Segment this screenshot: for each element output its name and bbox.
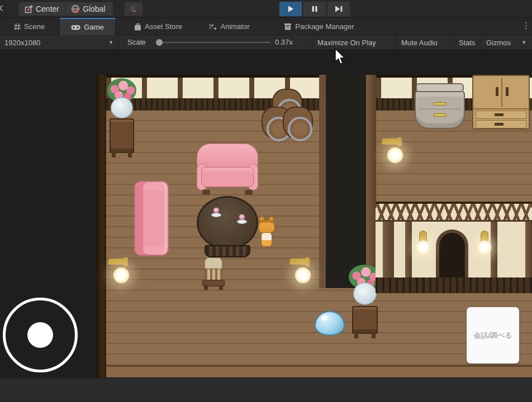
maximize-on-play-button[interactable]: Maximize On Play	[312, 35, 381, 50]
scale-slider-track[interactable]	[158, 42, 270, 43]
editor-bottom-panel-strip	[0, 377, 532, 401]
lamp-glow	[112, 266, 130, 284]
sofa-foot	[245, 190, 253, 195]
center-pivot-button[interactable]: Center	[18, 2, 65, 16]
saucer	[237, 219, 247, 224]
animator-icon	[208, 23, 217, 30]
stats-button[interactable]: Stats	[453, 35, 481, 50]
round-table	[197, 196, 258, 259]
talk-examine-label: 会話/調べる	[473, 331, 512, 341]
wall-lamp	[108, 257, 135, 286]
corridor-frame-left	[319, 75, 326, 288]
tab-animator-label: Animator	[220, 22, 249, 31]
maximize-on-play-label: Maximize On Play	[317, 39, 376, 47]
pivot-icon	[25, 5, 33, 13]
game-viewport[interactable]: 会話/調べる	[0, 50, 532, 377]
wooden-chair	[202, 257, 225, 290]
game-view-toolbar: 1920x1080 ▼ Scale 0.37x Maximize On Play…	[0, 35, 532, 50]
cabinet-handle	[496, 87, 498, 96]
sofa-foot	[202, 190, 210, 195]
global-label: Global	[83, 4, 105, 13]
timber-post	[383, 222, 394, 277]
scale-label: Scale	[127, 38, 146, 46]
tab-scene-label: Scene	[24, 22, 45, 31]
pause-button[interactable]	[303, 1, 326, 17]
cabinet-handle	[506, 87, 509, 96]
scene-grid-icon	[14, 23, 21, 30]
wood-stand	[352, 306, 378, 334]
gizmos-label: Gizmos	[486, 39, 511, 47]
cat-head	[258, 220, 275, 233]
talk-examine-button[interactable]: 会話/調べる	[467, 307, 519, 363]
pink-sofa-facing-right	[134, 181, 169, 256]
grid-snap-icon	[130, 4, 137, 14]
room-left-wall	[96, 75, 106, 377]
tab-game-label: Game	[84, 23, 103, 31]
shopping-bag-icon	[134, 23, 141, 31]
flower-vase-table-top-left	[107, 78, 136, 164]
globe-icon	[71, 4, 80, 13]
cabinet-shelf-line	[473, 108, 529, 109]
tab-package-manager[interactable]: Package Manager	[267, 18, 371, 35]
chair-cushion	[205, 257, 222, 270]
step-button[interactable]	[327, 1, 350, 17]
tab-animator[interactable]: Animator	[197, 18, 262, 35]
grid-snap-button[interactable]	[124, 2, 143, 16]
corridor-frame-right	[366, 75, 376, 288]
lamp-glow	[294, 266, 312, 284]
scale-value: 0.37x	[275, 38, 293, 46]
gizmos-button[interactable]: Gizmos	[481, 35, 516, 50]
dresser-drawer-line	[419, 109, 460, 109]
teacup	[237, 214, 247, 225]
wood-cabinet	[472, 75, 530, 130]
blue-slime-character[interactable]	[315, 311, 345, 336]
table-base	[205, 245, 250, 257]
room-bottom-edge	[106, 365, 532, 377]
scale-slider-handle[interactable]	[156, 39, 163, 46]
gizmos-dropdown-arrow-icon[interactable]: ▼	[521, 40, 526, 45]
mute-audio-button[interactable]: Mute Audio	[396, 35, 443, 50]
chair-leg	[204, 285, 208, 290]
drawer-handle	[434, 113, 446, 117]
drawer-handle	[495, 123, 504, 126]
gamepad-icon	[71, 24, 80, 31]
drawer-handle	[495, 113, 504, 116]
pink-sofa-facing-down	[197, 143, 258, 195]
corridor-dark-opening	[326, 75, 366, 288]
tab-game[interactable]: Game	[60, 18, 116, 35]
tab-overflow-menu-icon[interactable]: ⋮	[522, 21, 530, 31]
stats-label: Stats	[459, 39, 476, 47]
dresser-top	[416, 83, 464, 92]
tab-package-manager-label: Package Manager	[295, 22, 354, 31]
timber-base-band	[376, 277, 532, 293]
editor-toolbar: ✕ Center Global	[0, 0, 532, 18]
pause-icon	[311, 5, 319, 13]
white-vase	[353, 283, 377, 305]
saucer	[211, 213, 221, 217]
timber-truss-band	[376, 204, 532, 222]
cat-body	[261, 232, 272, 247]
dresser-body	[415, 90, 465, 129]
tab-bar: Scene Game Asset Store Animator Package …	[0, 18, 532, 35]
tab-scene[interactable]: Scene	[0, 18, 59, 35]
global-space-button[interactable]: Global	[65, 2, 113, 16]
lamp-glow	[415, 240, 431, 255]
play-button[interactable]	[279, 1, 302, 17]
lamp-hook	[397, 137, 402, 146]
teacup	[211, 207, 221, 218]
lamp-hook	[305, 257, 310, 266]
lamp-hook	[124, 257, 128, 266]
sconce-lamp	[415, 231, 431, 257]
tool-icon-fragment[interactable]: ✕	[0, 2, 4, 15]
virtual-joystick-knob[interactable]	[27, 322, 53, 348]
play-icon	[287, 5, 294, 13]
white-vase	[111, 97, 133, 118]
barrel-stack	[262, 89, 313, 139]
barrel	[283, 107, 313, 139]
tab-asset-store[interactable]: Asset Store	[122, 18, 194, 35]
wall-lamp	[382, 137, 408, 166]
step-icon	[334, 5, 343, 13]
resolution-dropdown[interactable]: 1920x1080 ▼	[0, 35, 118, 50]
table-top	[197, 196, 258, 250]
cat-character[interactable]	[257, 218, 277, 249]
